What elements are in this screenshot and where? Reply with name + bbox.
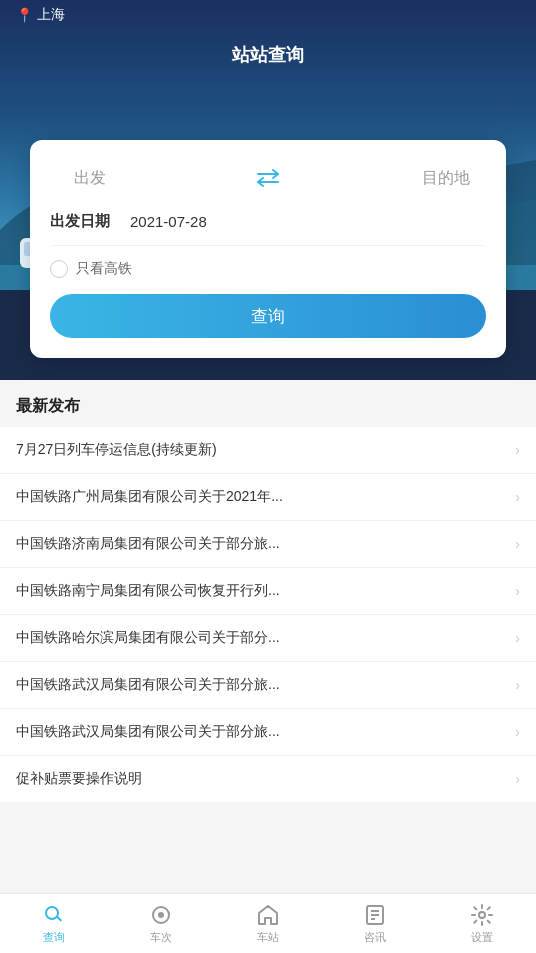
chevron-right-icon: › [515,630,520,646]
nav-item-trains[interactable]: 车次 [107,894,214,953]
chevron-right-icon: › [515,677,520,693]
svg-point-11 [46,907,58,919]
nav-item-settings[interactable]: 设置 [429,894,536,953]
page-title: 站站查询 [232,43,304,67]
news-item[interactable]: 促补贴票要操作说明 › [0,756,536,802]
date-label: 出发日期 [50,212,110,231]
news-item-text: 中国铁路武汉局集团有限公司关于部分旅... [16,676,507,694]
chevron-right-icon: › [515,489,520,505]
news-item[interactable]: 中国铁路广州局集团有限公司关于2021年... › [0,474,536,521]
main-content: 最新发布 7月27日列车停运信息(持续更新) › 中国铁路广州局集团有限公司关于… [0,380,536,893]
settings-nav-label: 设置 [471,930,493,945]
station-nav-icon [256,903,280,927]
news-item-text: 促补贴票要操作说明 [16,770,507,788]
bottom-navigation: 查询 车次 车站 咨讯 设置 [0,893,536,953]
svg-rect-12 [56,916,62,922]
nav-item-query[interactable]: 查询 [0,894,107,953]
nav-item-news[interactable]: 咨讯 [322,894,429,953]
arrival-station[interactable]: 目的地 [406,168,486,189]
trains-nav-icon [149,903,173,927]
query-nav-label: 查询 [43,930,65,945]
filter-row: 只看高铁 [50,260,486,278]
svg-point-19 [479,912,485,918]
chevron-right-icon: › [515,583,520,599]
status-bar: 📍 上海 [0,0,536,30]
news-nav-label: 咨讯 [364,930,386,945]
chevron-right-icon: › [515,724,520,740]
news-list: 7月27日列车停运信息(持续更新) › 中国铁路广州局集团有限公司关于2021年… [0,427,536,802]
highspeed-filter-label: 只看高铁 [76,260,132,278]
news-item[interactable]: 中国铁路南宁局集团有限公司恢复开行列... › [0,568,536,615]
query-nav-icon [42,903,66,927]
svg-point-14 [158,912,164,918]
news-item-text: 中国铁路哈尔滨局集团有限公司关于部分... [16,629,507,647]
chevron-right-icon: › [515,442,520,458]
date-row: 出发日期 2021-07-28 [50,212,486,246]
location-indicator: 📍 上海 [16,6,65,24]
station-selector-row: 出发 目的地 [50,160,486,196]
chevron-right-icon: › [515,771,520,787]
swap-button[interactable] [250,160,286,196]
trains-nav-label: 车次 [150,930,172,945]
news-item-text: 中国铁路武汉局集团有限公司关于部分旅... [16,723,507,741]
location-icon: 📍 [16,7,33,23]
search-card: 出发 目的地 出发日期 2021-07-28 只看高铁 查询 [30,140,506,358]
news-item-text: 7月27日列车停运信息(持续更新) [16,441,507,459]
news-item-text: 中国铁路广州局集团有限公司关于2021年... [16,488,507,506]
date-value[interactable]: 2021-07-28 [130,213,207,230]
news-section-title: 最新发布 [0,380,536,427]
location-text: 上海 [37,6,65,24]
news-nav-icon [363,903,387,927]
highspeed-radio[interactable] [50,260,68,278]
news-item[interactable]: 7月27日列车停运信息(持续更新) › [0,427,536,474]
chevron-right-icon: › [515,536,520,552]
news-item[interactable]: 中国铁路济南局集团有限公司关于部分旅... › [0,521,536,568]
departure-station[interactable]: 出发 [50,168,130,189]
station-nav-label: 车站 [257,930,279,945]
news-item-text: 中国铁路南宁局集团有限公司恢复开行列... [16,582,507,600]
settings-nav-icon [470,903,494,927]
news-item-text: 中国铁路济南局集团有限公司关于部分旅... [16,535,507,553]
nav-item-station[interactable]: 车站 [214,894,321,953]
swap-icon [254,168,282,188]
query-button[interactable]: 查询 [50,294,486,338]
news-item[interactable]: 中国铁路武汉局集团有限公司关于部分旅... › [0,662,536,709]
page-header: 站站查询 [0,30,536,80]
news-item[interactable]: 中国铁路哈尔滨局集团有限公司关于部分... › [0,615,536,662]
news-item[interactable]: 中国铁路武汉局集团有限公司关于部分旅... › [0,709,536,756]
